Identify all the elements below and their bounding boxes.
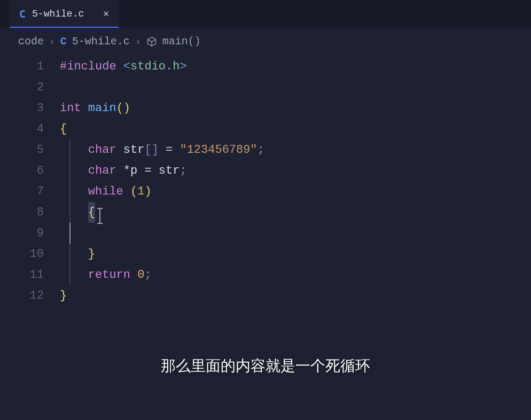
tab-bar: C 5-while.c ✕ bbox=[0, 0, 531, 28]
token-identifier: p bbox=[130, 164, 137, 177]
token-string: "123456789" bbox=[179, 143, 257, 157]
token-brace: { bbox=[60, 122, 67, 136]
code-line: while (1) bbox=[60, 181, 531, 202]
token-semicolon: ; bbox=[144, 268, 151, 282]
code-line: char *p = str; bbox=[60, 160, 531, 181]
line-number: 10 bbox=[0, 244, 44, 265]
code-line: } bbox=[60, 285, 531, 306]
token-function: main bbox=[88, 102, 116, 115]
line-number: 12 bbox=[0, 285, 44, 306]
code-line: int main() bbox=[60, 98, 531, 119]
line-number: 2 bbox=[0, 77, 44, 98]
breadcrumb: code › C 5-while.c › main() bbox=[0, 28, 531, 55]
c-file-icon: C bbox=[60, 35, 67, 48]
code-line: return 0; bbox=[60, 265, 531, 285]
code-line bbox=[60, 77, 531, 98]
line-number: 3 bbox=[0, 98, 44, 119]
symbol-function-icon bbox=[146, 36, 157, 47]
video-subtitle: 那么里面的内容就是一个死循环 bbox=[161, 356, 370, 376]
token-keyword: return bbox=[88, 268, 130, 282]
token-bracket: [] bbox=[144, 143, 158, 157]
breadcrumb-file[interactable]: 5-while.c bbox=[72, 35, 130, 48]
token-operator: = bbox=[166, 143, 173, 157]
token-type: char bbox=[88, 143, 116, 157]
line-number: 5 bbox=[0, 139, 44, 160]
c-file-icon: C bbox=[19, 7, 26, 20]
token-identifier: str bbox=[123, 143, 145, 157]
close-icon[interactable]: ✕ bbox=[103, 9, 109, 19]
line-gutter: 1 2 3 4 5 6 7 8 9 10 11 12 bbox=[0, 56, 60, 306]
line-number: 1 bbox=[0, 56, 44, 77]
tab-filename: 5-while.c bbox=[32, 9, 84, 19]
code-line bbox=[60, 223, 531, 244]
token-number: 0 bbox=[137, 268, 144, 282]
line-number: 11 bbox=[0, 265, 44, 285]
token-header: stdio.h bbox=[130, 60, 179, 73]
line-number: 9 bbox=[0, 223, 44, 244]
code-editor[interactable]: 1 2 3 4 5 6 7 8 9 10 11 12 #include <std… bbox=[0, 55, 531, 306]
token-pointer: * bbox=[123, 164, 130, 177]
token-brace: } bbox=[60, 289, 67, 302]
token-identifier: str bbox=[159, 164, 180, 177]
token-brace-highlight: { bbox=[88, 202, 95, 223]
token-operator: = bbox=[144, 164, 151, 177]
token-semicolon: ; bbox=[257, 143, 264, 157]
token-angle: < bbox=[123, 60, 130, 73]
line-number: 7 bbox=[0, 181, 44, 202]
token-paren: ( bbox=[130, 185, 137, 198]
code-line: char str[] = "123456789"; bbox=[60, 139, 531, 160]
code-line: #include <stdio.h> bbox=[60, 56, 531, 77]
token-type: char bbox=[88, 164, 116, 177]
code-line: } bbox=[60, 244, 531, 265]
code-line: { bbox=[60, 202, 531, 223]
line-number: 8 bbox=[0, 202, 44, 223]
token-paren: ) bbox=[144, 185, 151, 198]
token-number: 1 bbox=[137, 185, 144, 198]
line-number: 4 bbox=[0, 119, 44, 139]
token-brace: } bbox=[88, 247, 95, 261]
token-keyword: while bbox=[88, 185, 123, 198]
breadcrumb-folder[interactable]: code bbox=[18, 35, 44, 48]
code-line: { bbox=[60, 119, 531, 139]
token-paren: () bbox=[116, 102, 130, 115]
token-type: int bbox=[60, 102, 81, 115]
line-number: 6 bbox=[0, 160, 44, 181]
chevron-right-icon: › bbox=[49, 36, 55, 47]
token-preprocessor: #include bbox=[60, 60, 116, 73]
code-area[interactable]: #include <stdio.h> int main() { char str… bbox=[60, 56, 531, 306]
token-angle: > bbox=[179, 60, 186, 73]
chevron-right-icon: › bbox=[135, 36, 141, 47]
breadcrumb-symbol[interactable]: main() bbox=[162, 35, 201, 48]
editor-tab[interactable]: C 5-while.c ✕ bbox=[10, 0, 119, 28]
token-semicolon: ; bbox=[179, 164, 186, 177]
